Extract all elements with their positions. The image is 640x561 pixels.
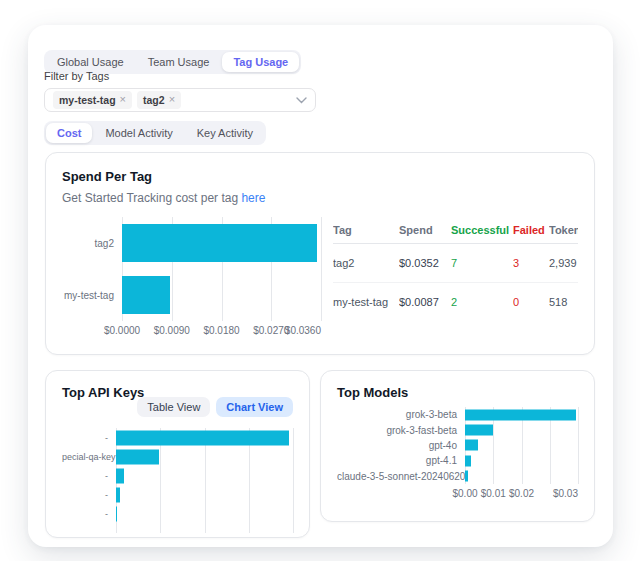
tab-global-usage[interactable]: Global Usage [46,52,135,72]
chart-bar [465,471,468,482]
table-row: my-test-tag$0.008720518 [333,283,578,321]
chip-close-icon[interactable]: × [169,93,175,106]
chart-bar [465,409,576,420]
table-view-button[interactable]: Table View [137,397,210,417]
chart-bar [116,430,289,445]
chart-row: tag2 [62,217,321,269]
tag-filter-chips: my-test-tag×tag2× [53,91,181,108]
chart-category-label: - [62,490,116,500]
chart-category-label: pecial-qa-key [62,452,116,462]
tag-filter-select[interactable]: my-test-tag×tag2× [44,88,316,112]
chart-row: - [62,504,293,523]
x-tick-label: $0.00 [452,488,477,499]
tab-team-usage[interactable]: Team Usage [137,52,221,72]
gridline [293,428,294,533]
x-tick-label: $0.0360 [285,325,321,336]
chart-bar-track [116,485,293,504]
chart-row: - [62,485,293,504]
spend-table-header: TagSpendSuccessfulFailedTokens [333,217,578,244]
chart-bar-track [465,469,578,484]
tag-chip-my-test-tag: my-test-tag× [53,91,132,108]
chart-category-label: grok-3-beta [337,409,465,420]
x-tick-label: $0.0090 [154,325,190,336]
col-header-spend: Spend [399,224,451,236]
x-tick-label: $0.0180 [203,325,239,336]
chart-bar [465,455,471,466]
chart-row: claude-3-5-sonnet-20240620 [337,469,578,484]
col-header-tag: Tag [333,224,399,236]
models-card-title: Top Models [337,385,578,400]
top-api-keys-card: Top API Keys Table View Chart View -peci… [45,370,310,538]
x-tick-label: $0.03 [553,488,578,499]
table-cell: 2 [451,296,513,308]
view-subtabs: CostModel ActivityKey Activity [44,121,266,145]
filter-by-tags-label: Filter by Tags [44,70,109,82]
chip-close-icon[interactable]: × [120,93,126,106]
view-toggle: Table View Chart View [137,397,293,417]
chart-row: grok-3-fast-beta [337,422,578,437]
chart-bar-track [116,466,293,485]
chart-category-label: - [62,509,116,519]
table-cell: $0.0352 [399,257,451,269]
tab-cost[interactable]: Cost [46,123,92,143]
table-cell: $0.0087 [399,296,451,308]
col-header-successful: Successful [451,224,513,236]
usage-dashboard-panel: Global UsageTeam UsageTag Usage Filter b… [28,25,613,547]
tab-tag-usage[interactable]: Tag Usage [222,52,299,72]
chart-bar-track [116,428,293,447]
table-cell: 7 [451,257,513,269]
chart-bar [122,276,170,314]
chart-plot-area: -pecial-qa-key--- [62,428,293,533]
chart-bar-track [465,438,578,453]
chart-row: gpt-4.1 [337,453,578,468]
chart-bar [116,449,159,464]
table-cell: 0 [513,296,549,308]
chart-row: gpt-4o [337,438,578,453]
chart-bar [116,468,124,483]
chart-category-label: gpt-4o [337,440,465,451]
gridline [321,217,322,321]
tag-chip-label: tag2 [143,94,165,107]
spend-card-title: Spend Per Tag [62,169,578,184]
chart-category-label: claude-3-5-sonnet-20240620 [337,471,465,482]
chart-bar-track [122,217,321,269]
here-link[interactable]: here [241,191,265,205]
x-tick-label: $0.02 [509,488,534,499]
chart-category-label: my-test-tag [62,290,122,301]
top-api-keys-chart: -pecial-qa-key--- [62,428,293,533]
chart-x-axis: $0.00$0.01$0.02$0.03 [465,484,578,500]
col-header-failed: Failed [513,224,549,236]
chart-bar-track [116,447,293,466]
x-tick-label: $0.01 [481,488,506,499]
chart-category-label: tag2 [62,238,122,249]
chart-row: pecial-qa-key [62,447,293,466]
table-cell: my-test-tag [333,296,399,308]
chart-category-label: - [62,433,116,443]
table-cell: tag2 [333,257,399,269]
chevron-down-icon[interactable] [296,97,307,104]
subtitle-text: Get Started Tracking cost per tag [62,191,241,205]
top-models-chart: grok-3-betagrok-3-fast-betagpt-4ogpt-4.1… [337,407,578,500]
chart-row: - [62,428,293,447]
chart-bar-track [465,422,578,437]
spend-card-subtitle: Get Started Tracking cost per tag here [62,191,578,205]
table-row: tag2$0.0352732,939 [333,244,578,283]
gridline [578,407,579,484]
chart-bar-track [465,453,578,468]
x-tick-label: $0.0000 [104,325,140,336]
top-models-card: Top Models grok-3-betagrok-3-fast-betagp… [320,370,595,522]
chart-bar-track [116,504,293,523]
chart-row: grok-3-beta [337,407,578,422]
table-cell: 518 [549,296,578,308]
chart-category-label: - [62,471,116,481]
tab-key-activity[interactable]: Key Activity [186,123,264,143]
col-header-tokens: Tokens [549,224,578,236]
tab-model-activity[interactable]: Model Activity [94,123,183,143]
chart-view-button[interactable]: Chart View [216,397,293,417]
chart-x-axis: $0.0000$0.0090$0.0180$0.0270$0.0360 [122,321,321,339]
chart-bar [122,224,317,262]
tag-chip-label: my-test-tag [59,94,116,107]
table-cell: 2,939 [549,257,578,269]
chart-plot-area: grok-3-betagrok-3-fast-betagpt-4ogpt-4.1… [337,407,578,484]
chart-row: my-test-tag [62,269,321,321]
